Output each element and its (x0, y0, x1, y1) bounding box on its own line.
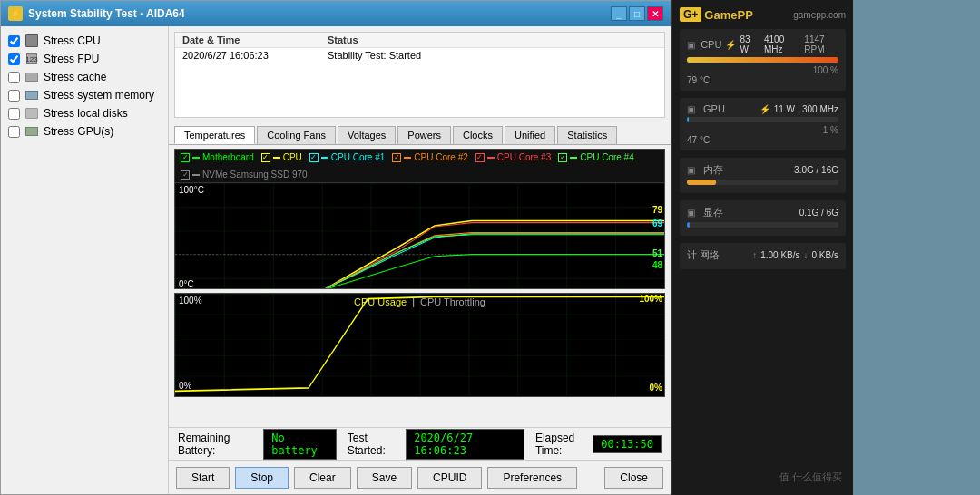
tab-cooling-fans[interactable]: Cooling Fans (257, 126, 336, 144)
gpp-logo-text: GamePP (704, 8, 752, 22)
gpp-ram-value: 3.0G / 16G (794, 165, 838, 175)
legend-core3: ✓ CPU Core #3 (475, 152, 551, 162)
left-panel: Stress CPU 123 Stress FPU Stress cache S… (1, 26, 169, 494)
gpp-net-row: 计 网络 ↑ 1.00 KB/s ↓ 0 KB/s (687, 248, 838, 262)
temp-val-48: 48 (652, 260, 662, 270)
elapsed-value: 00:13:50 (593, 435, 662, 453)
close-window-button[interactable]: ✕ (647, 6, 663, 21)
stress-cpu-item: Stress CPU (6, 32, 162, 50)
start-button[interactable]: Start (176, 467, 230, 489)
gpp-logo-g: G+ (680, 7, 701, 22)
gpp-cpu-icon: ▣ (687, 40, 697, 50)
log-row: 2020/6/27 16:06:23 Stability Test: Start… (175, 48, 664, 63)
title-bar: ⚡ System Stability Test - AIDA64 _ □ ✕ (1, 1, 671, 26)
gpp-vram-bar (687, 222, 690, 228)
stress-fpu-item: 123 Stress FPU (6, 50, 162, 68)
stress-memory-label: Stress system memory (44, 89, 154, 102)
clear-button[interactable]: Clear (294, 467, 351, 489)
cpu-throttling-label: CPU Throttling (420, 296, 485, 307)
stress-fpu-checkbox[interactable] (8, 53, 20, 65)
gpp-net-label: 计 网络 (687, 248, 749, 262)
log-col-datetime: Date & Time (182, 34, 328, 45)
legend-core1-label: CPU Core #1 (331, 152, 385, 162)
status-bar: Remaining Battery: No battery Test Start… (169, 427, 671, 460)
tab-temperatures[interactable]: Temperatures (174, 126, 255, 144)
cpu-usage-label: CPU Usage (354, 296, 407, 307)
test-started-value: 2020/6/27 16:06:23 (406, 429, 524, 460)
gpp-ram-bar (687, 180, 716, 185)
temp-chart-svg (175, 183, 664, 289)
cpuid-button[interactable]: CPUID (417, 467, 482, 489)
cpu-chart: CPU Usage | CPU Throttling 100% 0% 100% … (174, 293, 665, 397)
gpp-site: gamepp.com (793, 10, 846, 20)
minimize-button[interactable]: _ (611, 6, 627, 21)
legend-core4-label: CPU Core #4 (580, 152, 633, 162)
gpp-cpu-temp: 79 °C (687, 75, 710, 85)
gpp-vram-value: 0.1G / 6G (799, 208, 838, 218)
gpp-gpu-pct-label: 1 % (823, 125, 838, 135)
stress-disk-checkbox[interactable] (8, 108, 20, 120)
legend-core1: ✓ CPU Core #1 (309, 152, 385, 162)
gpp-gpu-power-icon: ⚡ (760, 104, 770, 114)
tab-powers[interactable]: Powers (397, 126, 451, 144)
test-started-label: Test Started: (348, 432, 400, 457)
gpp-cpu-percent: 100 % (687, 65, 838, 75)
temp-val-69: 69 (652, 218, 662, 228)
cpu-chart-title: CPU Usage | CPU Throttling (354, 296, 485, 307)
gpp-ram-row: ▣ 内存 3.0G / 16G (687, 163, 838, 177)
elapsed-label: Elapsed Time: (535, 432, 587, 457)
legend-motherboard: ✓ Motherboard (181, 152, 254, 162)
temp-y-bottom: 0°C (179, 279, 194, 289)
maximize-button[interactable]: □ (629, 6, 645, 21)
svg-rect-3 (175, 294, 664, 396)
cache-icon (25, 73, 38, 82)
stress-gpu-checkbox[interactable] (8, 126, 20, 138)
stop-button[interactable]: Stop (235, 467, 289, 489)
log-datetime: 2020/6/27 16:06:23 (182, 50, 328, 61)
stress-gpu-label: Stress GPU(s) (44, 125, 113, 138)
stress-gpu-item: Stress GPU(s) (6, 122, 162, 141)
gpp-vram-row: ▣ 显存 0.1G / 6G (687, 206, 838, 219)
battery-status: Remaining Battery: No battery (178, 429, 337, 460)
gpp-vram-icon: ▣ (687, 208, 700, 218)
log-status: Stability Test: Started (328, 50, 473, 61)
gpp-vram-bar-container (687, 222, 838, 228)
gpp-vram-label: 显存 (703, 206, 796, 219)
gpp-cpu-freq: 4100 MHz (764, 34, 797, 54)
legend-nvme-label: NVMe Samsung SSD 970 (202, 170, 308, 180)
stress-memory-checkbox[interactable] (8, 90, 20, 102)
tabs-container: Temperatures Cooling Fans Voltages Power… (169, 123, 671, 145)
stress-disk-item: Stress local disks (6, 104, 162, 122)
gpp-footer: 值 什么值得买 (680, 277, 846, 488)
stress-cache-checkbox[interactable] (8, 72, 20, 83)
gpp-cpu-pct-label: 100 % (813, 65, 838, 75)
stress-fpu-label: Stress FPU (44, 53, 99, 65)
gpp-ram-icon: ▣ (687, 165, 700, 175)
tab-clocks[interactable]: Clocks (453, 126, 503, 144)
save-button[interactable]: Save (357, 467, 412, 489)
tab-statistics[interactable]: Statistics (557, 126, 617, 144)
tab-unified[interactable]: Unified (505, 126, 555, 144)
tab-voltages[interactable]: Voltages (338, 126, 396, 144)
gpp-gpu-bar-container (687, 117, 838, 122)
gpp-ram-label: 内存 (703, 163, 790, 177)
gpp-gpu-percent: 1 % (687, 125, 838, 135)
gpp-net-down: 0 KB/s (812, 250, 838, 260)
gpu-icon (25, 127, 38, 136)
gpp-gpu-temp-row: 47 °C (687, 135, 838, 145)
gpp-cpu-power-icon: ⚡ (725, 40, 736, 50)
stress-cpu-checkbox[interactable] (8, 35, 20, 47)
gpp-gpu-row: ▣ GPU ⚡ 11 W 300 MHz (687, 103, 838, 114)
temp-chart: ✓ Motherboard ✓ CPU (174, 149, 665, 289)
preferences-button[interactable]: Preferences (487, 467, 577, 489)
gpp-cpu-bar (687, 57, 838, 63)
stress-memory-item: Stress system memory (6, 86, 162, 104)
legend-cpu: ✓ CPU (261, 152, 302, 162)
cpu-chart-body: CPU Usage | CPU Throttling 100% 0% 100% … (175, 294, 664, 396)
stress-cache-label: Stress cache (44, 71, 106, 83)
gpp-cpu-section: ▣ CPU ⚡ 83 W 4100 MHz 1147 RPM 100 % 79 … (680, 29, 846, 91)
cpu-y-top: 100% (179, 296, 202, 306)
close-button[interactable]: Close (604, 467, 663, 489)
button-bar: Start Stop Clear Save CPUID Preferences … (169, 460, 671, 494)
gpp-net-down-icon: ↓ (804, 250, 808, 260)
